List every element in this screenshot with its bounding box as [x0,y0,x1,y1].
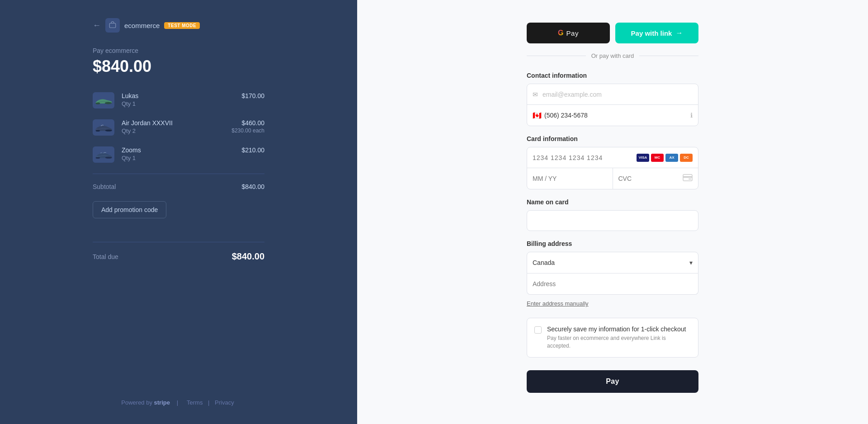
stripe-brand: stripe [154,399,170,406]
subtotal-row: Subtotal $840.00 [93,183,264,190]
left-panel: ← ecommerce TEST MODE Pay ecommerce $840… [0,0,357,424]
back-header: ← ecommerce TEST MODE [93,18,264,33]
item-details-airjordan: Air Jordan XXXVII Qty 2 [122,119,224,134]
powered-by-text: Powered by [121,399,152,406]
item-price: $170.00 [241,92,264,99]
total-value: $840.00 [232,251,264,262]
add-promotion-code-button[interactable]: Add promotion code [93,201,166,218]
list-item: Air Jordan XXXVII Qty 2 $460.00 $230.00 … [93,119,264,136]
billing-section: Billing address Canada United States Uni… [527,240,698,295]
item-price-col: $210.00 [241,146,264,154]
terms-link[interactable]: Terms [187,399,203,406]
svg-point-5 [96,157,100,159]
expiry-field[interactable] [533,175,607,182]
svg-point-2 [105,102,112,104]
email-field[interactable] [542,91,693,98]
list-item: Zooms Qty 1 $210.00 [93,146,264,163]
merchant-icon [105,18,120,33]
card-input-group: VISA MC AX DC [527,147,698,189]
divider-line-left [527,56,586,56]
email-row: ✉ [527,84,698,105]
info-icon[interactable]: ℹ [690,112,693,119]
enter-address-manually-link[interactable]: Enter address manually [527,300,589,307]
country-select-wrapper: Canada United States United Kingdom Aust… [527,252,698,273]
card-number-row: VISA MC AX DC [527,147,698,168]
svg-point-4 [105,130,112,132]
address-field[interactable] [527,273,698,294]
discover-icon: DC [680,154,693,162]
item-price-col: $170.00 [241,92,264,99]
privacy-link[interactable]: Privacy [215,399,234,406]
canada-flag-icon: 🇨🇦 [533,111,542,120]
item-qty: Qty 1 [122,155,234,161]
svg-rect-8 [683,176,692,178]
divider [93,174,264,174]
cvc-field[interactable] [618,175,683,182]
or-text: Or pay with card [591,52,634,59]
item-name: Zooms [122,146,234,154]
payment-buttons: G Pay Pay with link → [527,23,698,43]
visa-icon: VISA [637,154,649,162]
item-qty: Qty 2 [122,127,224,134]
pay-label: Pay ecommerce [93,47,264,54]
subtotal-value: $840.00 [241,183,264,190]
item-image-zooms [93,146,114,163]
link-arrow-icon: → [675,29,683,37]
svg-rect-0 [109,24,116,28]
billing-section-label: Billing address [527,240,698,247]
card-bottom-row [527,168,698,189]
back-arrow-icon[interactable]: ← [93,21,101,30]
save-description: Pay faster on ecommerce and everywhere L… [547,334,691,350]
google-pay-button[interactable]: G Pay [527,23,610,43]
card-number-field[interactable] [533,154,637,161]
left-footer: Powered by stripe | Terms | Privacy [0,381,357,406]
phone-field[interactable] [544,112,690,119]
merchant-name: ecommerce [124,22,160,29]
card-icons: VISA MC AX DC [637,154,693,162]
item-price-each: $230.00 each [231,127,264,134]
cvc-card-icon [683,174,693,184]
contact-input-group: ✉ 🇨🇦 ℹ [527,84,698,126]
gpay-label: Pay [566,29,579,37]
test-mode-badge: TEST MODE [164,22,200,29]
name-section-label: Name on card [527,198,698,206]
total-label: Total due [93,253,118,260]
item-details-zooms: Zooms Qty 1 [122,146,234,161]
name-on-card-field[interactable] [527,210,698,231]
save-info-checkbox[interactable] [534,326,542,334]
save-checkbox-section: Securely save my information for 1-click… [527,318,698,358]
pay-amount: $840.00 [93,57,264,76]
divider-line-right [639,56,698,56]
card-section-label: Card information [527,135,698,142]
svg-point-6 [105,157,112,159]
amex-icon: AX [665,154,678,162]
google-g-icon: G [558,29,563,37]
list-item: Lukas Qty 1 $170.00 [93,92,264,108]
address-input-wrapper [527,273,698,295]
pay-button[interactable]: Pay [527,370,698,393]
total-row: Total due $840.00 [93,251,264,262]
right-panel: G Pay Pay with link → Or pay with card C… [357,0,868,424]
item-image-lukas [93,92,114,108]
svg-point-3 [96,130,100,132]
save-checkbox-text: Securely save my information for 1-click… [547,325,691,350]
item-price-col: $460.00 $230.00 each [231,119,264,134]
country-select[interactable]: Canada United States United Kingdom Aust… [527,252,698,273]
svg-point-1 [96,103,100,104]
subtotal-label: Subtotal [93,183,116,190]
mastercard-icon: MC [651,154,664,162]
phone-row: 🇨🇦 ℹ [527,105,698,126]
save-title: Securely save my information for 1-click… [547,325,691,333]
expiry-cell [527,168,613,189]
svg-rect-9 [689,179,691,179]
email-icon: ✉ [533,91,538,98]
item-name: Air Jordan XXXVII [122,119,224,127]
item-qty: Qty 1 [122,100,234,107]
item-image-airjordan [93,119,114,136]
item-details-lukas: Lukas Qty 1 [122,92,234,107]
item-price: $210.00 [241,146,264,154]
link-pay-button[interactable]: Pay with link → [615,23,698,43]
item-name: Lukas [122,92,234,99]
or-divider: Or pay with card [527,52,698,59]
link-pay-label: Pay with link [631,29,672,37]
